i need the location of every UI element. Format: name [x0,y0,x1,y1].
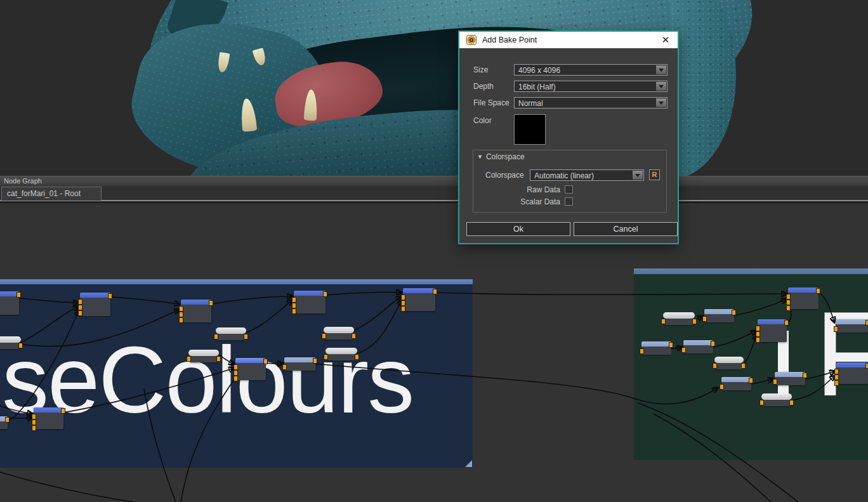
node-port[interactable] [865,320,868,326]
node-port[interactable] [323,291,327,297]
node-port[interactable] [187,356,191,362]
node-port[interactable] [433,289,437,294]
node-port[interactable] [702,316,707,322]
add-bake-point-dialog[interactable]: Add Bake Point ✕ Size 4096 x 4096 Depth … [458,30,679,244]
graph-node[interactable] [0,291,19,315]
node-port[interactable] [756,337,760,343]
graph-node[interactable] [836,362,868,384]
node-port[interactable] [32,414,36,419]
node-port[interactable] [179,306,183,312]
graph-node[interactable] [235,358,266,380]
node-port[interactable] [5,417,10,423]
node-port[interactable] [784,320,789,326]
node-port[interactable] [401,294,405,300]
graph-node[interactable] [0,336,21,349]
node-port[interactable] [834,369,839,374]
chevron-down-icon[interactable] [656,65,666,75]
size-dropdown[interactable]: 4096 x 4096 [514,64,667,76]
node-port[interactable] [61,408,65,414]
graph-node[interactable] [181,300,211,322]
node-port[interactable] [179,312,183,317]
node-port[interactable] [292,308,296,314]
node-port[interactable] [669,342,673,348]
node-port[interactable] [16,292,21,298]
node-port[interactable] [786,300,791,305]
graph-node[interactable] [80,293,110,316]
node-port[interactable] [355,354,359,360]
node-port[interactable] [179,317,183,323]
node-port[interactable] [233,376,238,381]
node-port[interactable] [834,326,838,332]
node-port[interactable] [692,319,697,324]
graph-node[interactable] [836,319,868,333]
node-port[interactable] [661,319,666,324]
node-port[interactable] [78,299,82,305]
node-port[interactable] [786,294,791,300]
node-port[interactable] [263,359,268,364]
chevron-down-icon[interactable] [633,171,643,180]
node-port[interactable] [401,306,405,312]
node-port[interactable] [292,303,296,308]
node-port[interactable] [401,300,405,306]
node-port[interactable] [803,373,807,378]
close-icon[interactable]: ✕ [660,34,671,46]
color-swatch[interactable] [514,114,546,145]
node-port[interactable] [773,379,777,385]
graph-node[interactable] [34,407,63,429]
node-port[interactable] [720,384,724,390]
node-port[interactable] [834,374,839,380]
node-port[interactable] [324,354,328,360]
node-port[interactable] [640,348,644,354]
node-port[interactable] [789,400,794,406]
depth-dropdown[interactable]: 16bit (Half) [514,81,667,92]
node-port[interactable] [834,380,839,386]
raw-data-checkbox[interactable] [565,185,573,194]
node-port[interactable] [108,293,112,299]
backdrop-resize-grip[interactable] [465,460,472,467]
node-port[interactable] [214,334,218,340]
node-port[interactable] [865,363,868,369]
backdrop-header-bar[interactable] [634,268,868,274]
chevron-down-icon[interactable] [656,82,666,91]
graph-node[interactable] [0,416,8,429]
node-port[interactable] [233,364,238,370]
node-port[interactable] [681,347,686,353]
node-port[interactable] [816,288,820,294]
node-port[interactable] [209,300,213,306]
graph-node[interactable] [721,377,751,390]
graph-node[interactable] [284,357,315,371]
graph-node[interactable] [683,340,713,353]
node-port[interactable] [756,326,760,331]
graph-node[interactable] [188,350,219,362]
node-port[interactable] [32,419,36,425]
node-port[interactable] [711,341,715,347]
graph-node[interactable] [758,319,787,342]
node-port[interactable] [786,305,791,311]
reset-colorspace-button[interactable]: R [649,169,660,180]
graph-node[interactable] [761,393,792,406]
node-port[interactable] [78,305,82,310]
backdrop-header-bar[interactable] [0,279,473,284]
node-port[interactable] [292,297,296,303]
node-port[interactable] [760,400,764,406]
colorspace-dropdown[interactable]: Automatic (linear) [530,169,644,181]
graph-node[interactable] [324,327,354,340]
node-port[interactable] [756,331,760,337]
node-port[interactable] [18,343,23,348]
backdrop-fil[interactable]: Fil [634,268,868,460]
3d-viewport[interactable] [0,0,868,176]
dialog-titlebar[interactable]: Add Bake Point ✕ [459,32,678,48]
filespace-dropdown[interactable]: Normal [514,97,667,109]
node-port[interactable] [32,425,36,431]
scalar-data-checkbox[interactable] [565,197,573,206]
colorspace-legend[interactable]: ▼Colorspace [477,152,525,161]
ok-button[interactable]: Ok [466,222,570,236]
node-port[interactable] [741,363,746,369]
graph-node[interactable] [714,357,744,369]
node-port[interactable] [732,310,736,315]
chevron-down-icon[interactable] [656,98,666,108]
collapse-triangle-icon[interactable]: ▼ [477,154,483,160]
graph-node[interactable] [216,327,246,340]
node-graph-tab-bar[interactable]: cat_forMari_01 - Root [0,186,868,203]
node-port[interactable] [749,378,753,383]
